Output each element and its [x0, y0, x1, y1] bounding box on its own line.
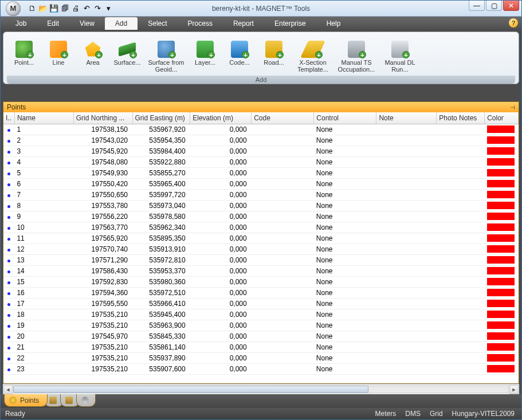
cell-elevation[interactable]: 0,000	[190, 211, 252, 222]
cell-northing[interactable]: 197565,920	[73, 233, 132, 244]
menu-job[interactable]: Job	[5, 17, 37, 30]
cell-photo-notes[interactable]	[437, 276, 485, 287]
scroll-thumb[interactable]	[13, 386, 368, 393]
table-row[interactable]: 6197550,420535965,4000,000None	[3, 178, 519, 189]
cell-northing[interactable]: 197545,920	[73, 146, 132, 156]
cell-note[interactable]	[376, 124, 437, 135]
table-row[interactable]: 5197549,930535855,2700,000None	[3, 167, 519, 178]
cell-control[interactable]: None	[314, 309, 376, 320]
cell-color[interactable]	[485, 146, 519, 156]
cell-note[interactable]	[376, 244, 437, 254]
cell-photo-notes[interactable]	[437, 352, 485, 363]
cell-photo-notes[interactable]	[437, 298, 485, 309]
cell-note[interactable]	[376, 200, 437, 211]
cell-northing[interactable]: 197538,150	[73, 124, 132, 135]
qat-button-7[interactable]: ▾	[103, 3, 113, 14]
cell-elevation[interactable]: 0,000	[190, 124, 252, 135]
cell-photo-notes[interactable]	[437, 309, 485, 320]
cell-note[interactable]	[376, 320, 437, 331]
cell-color[interactable]	[485, 189, 519, 200]
cell-northing[interactable]: 197570,740	[73, 244, 132, 254]
cell-photo-notes[interactable]	[437, 156, 485, 167]
cell-photo-notes[interactable]	[437, 146, 485, 156]
cell-photo-notes[interactable]	[437, 287, 485, 298]
col-header[interactable]: Name	[14, 112, 73, 124]
cell-photo-notes[interactable]	[437, 320, 485, 331]
cell-easting[interactable]: 535937,890	[132, 352, 190, 363]
qat-button-5[interactable]: ↶	[81, 3, 92, 14]
horizontal-scrollbar[interactable]: ◄ ►	[3, 384, 519, 394]
cell-elevation[interactable]: 0,000	[190, 331, 252, 342]
cell-note[interactable]	[376, 309, 437, 320]
col-header[interactable]: Control	[314, 112, 376, 124]
cell-easting[interactable]: 535997,720	[132, 189, 190, 200]
cell-code[interactable]	[252, 211, 314, 222]
cell-note[interactable]	[376, 178, 437, 189]
cell-name[interactable]: 1	[14, 124, 73, 135]
qat-button-0[interactable]: 🗋	[27, 3, 37, 14]
cell-northing[interactable]: 197571,290	[73, 254, 132, 265]
cell-color[interactable]	[485, 200, 519, 211]
app-logo[interactable]: M	[2, 1, 25, 16]
table-row[interactable]: 7197550,650535997,7200,000None	[3, 189, 519, 200]
cell-elevation[interactable]: 0,000	[190, 178, 252, 189]
cell-code[interactable]	[252, 320, 314, 331]
cell-photo-notes[interactable]	[437, 200, 485, 211]
cell-color[interactable]	[485, 135, 519, 146]
ribbon-code-[interactable]: +Code...	[222, 34, 257, 74]
cell-easting[interactable]: 535945,400	[132, 309, 190, 320]
cell-control[interactable]: None	[314, 222, 376, 233]
cell-color[interactable]	[485, 222, 519, 233]
cell-easting[interactable]: 535962,340	[132, 222, 190, 233]
cell-color[interactable]	[485, 298, 519, 309]
cell-northing[interactable]: 197549,930	[73, 167, 132, 178]
cell-note[interactable]	[376, 298, 437, 309]
cell-code[interactable]	[252, 363, 314, 374]
cell-easting[interactable]: 535966,410	[132, 298, 190, 309]
cell-note[interactable]	[376, 135, 437, 146]
table-row[interactable]: 3197545,920535984,4000,000None	[3, 146, 519, 156]
ribbon-area[interactable]: +Area	[76, 34, 110, 74]
cell-note[interactable]	[376, 331, 437, 342]
cell-color[interactable]	[485, 320, 519, 331]
cell-photo-notes[interactable]	[437, 342, 485, 352]
menu-report[interactable]: Report	[223, 17, 264, 30]
cell-code[interactable]	[252, 309, 314, 320]
cell-control[interactable]: None	[314, 320, 376, 331]
cell-elevation[interactable]: 0,000	[190, 167, 252, 178]
cell-easting[interactable]: 535980,360	[132, 276, 190, 287]
cell-code[interactable]	[252, 331, 314, 342]
cell-code[interactable]	[252, 146, 314, 156]
cell-easting[interactable]: 535895,350	[132, 233, 190, 244]
cell-color[interactable]	[485, 309, 519, 320]
cell-name[interactable]: 12	[14, 244, 73, 254]
cell-name[interactable]: 10	[14, 222, 73, 233]
col-header[interactable]: I..	[3, 112, 14, 124]
cell-code[interactable]	[252, 233, 314, 244]
cell-elevation[interactable]: 0,000	[190, 363, 252, 374]
cell-code[interactable]	[252, 222, 314, 233]
cell-elevation[interactable]: 0,000	[190, 352, 252, 363]
cell-elevation[interactable]: 0,000	[190, 265, 252, 276]
scroll-right-arrow[interactable]: ►	[509, 385, 519, 394]
col-header[interactable]: Note	[376, 112, 437, 124]
cell-photo-notes[interactable]	[437, 233, 485, 244]
table-row[interactable]: 16197594,360535972,5100,000None	[3, 287, 519, 298]
cell-control[interactable]: None	[314, 189, 376, 200]
cell-northing[interactable]: 197592,830	[73, 276, 132, 287]
table-row[interactable]: 4197548,080535922,8800,000None	[3, 156, 519, 167]
cell-northing[interactable]: 197535,210	[73, 352, 132, 363]
cell-control[interactable]: None	[314, 211, 376, 222]
ribbon-point-[interactable]: +Point...	[7, 34, 41, 74]
table-row[interactable]: 13197571,290535972,8100,000None	[3, 254, 519, 265]
cell-northing[interactable]: 197535,210	[73, 363, 132, 374]
cell-code[interactable]	[252, 298, 314, 309]
cell-color[interactable]	[485, 124, 519, 135]
cell-name[interactable]: 16	[14, 287, 73, 298]
cell-northing[interactable]: 197545,970	[73, 331, 132, 342]
table-row[interactable]: 19197535,210535963,9000,000None	[3, 320, 519, 331]
cell-name[interactable]: 6	[14, 178, 73, 189]
cell-note[interactable]	[376, 156, 437, 167]
tab-points[interactable]: Points	[4, 394, 48, 407]
cell-color[interactable]	[485, 254, 519, 265]
